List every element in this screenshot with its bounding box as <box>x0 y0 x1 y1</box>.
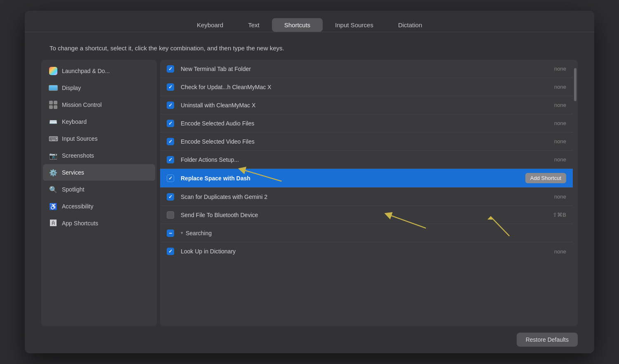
tab-keyboard[interactable]: Keyboard <box>184 18 236 32</box>
tab-shortcuts[interactable]: Shortcuts <box>272 18 323 32</box>
sidebar-item-display[interactable]: Display <box>43 80 155 96</box>
shortcut-name-scan-duplicates: Scan for Duplicates with Gemini 2 <box>181 194 533 200</box>
checkbox-new-terminal[interactable] <box>167 65 174 73</box>
checkbox-uninstall[interactable] <box>167 102 174 109</box>
checkbox-folder-actions[interactable] <box>167 156 174 163</box>
sidebar-label-launchpad: Launchpad & Do... <box>62 68 110 74</box>
group-chevron-icon: ▾ <box>181 230 183 236</box>
shortcut-name-look-up: Look Up in Dictionary <box>181 248 533 255</box>
tab-bar: Keyboard Text Shortcuts Input Sources Di… <box>25 11 594 32</box>
sidebar-label-screenshots: Screenshots <box>62 152 94 159</box>
sidebar-label-app-shortcuts: App Shortcuts <box>62 220 98 227</box>
sidebar-label-display: Display <box>62 85 81 91</box>
shortcut-name-folder-actions: Folder Actions Setup... <box>181 156 533 163</box>
checkbox-check-update[interactable] <box>167 83 174 91</box>
shortcut-row-new-terminal[interactable]: New Terminal Tab at Folder none <box>160 60 573 78</box>
sidebar-label-spotlight: Spotlight <box>62 186 84 193</box>
sidebar-item-spotlight[interactable]: 🔍 Spotlight <box>43 181 155 198</box>
shortcut-key-encode-audio: none <box>533 120 566 126</box>
keyboard-preferences-window: Keyboard Text Shortcuts Input Sources Di… <box>25 11 594 353</box>
tab-dictation[interactable]: Dictation <box>386 18 435 32</box>
checkbox-send-bluetooth[interactable] <box>167 211 174 219</box>
shortcut-row-folder-actions[interactable]: Folder Actions Setup... none <box>160 151 573 169</box>
bottom-bar: Restore Defaults <box>25 326 594 353</box>
right-panel: New Terminal Tab at Folder none Check fo… <box>160 60 578 326</box>
keyboard-icon: ⌨️ <box>49 117 58 126</box>
shortcut-name-check-update: Check for Updat...h CleanMyMac X <box>181 84 533 90</box>
shortcut-key-folder-actions: none <box>533 156 566 163</box>
tab-text[interactable]: Text <box>236 18 272 32</box>
services-icon: ⚙️ <box>49 168 58 177</box>
sidebar-label-accessibility: Accessibility <box>62 203 93 210</box>
instruction-text: To change a shortcut, select it, click t… <box>25 32 594 60</box>
shortcut-row-uninstall[interactable]: Uninstall with CleanMyMac X none <box>160 96 573 114</box>
sidebar-item-launchpad[interactable]: Launchpad & Do... <box>43 63 155 79</box>
sidebar-item-screenshots[interactable]: 📷 Screenshots <box>43 147 155 164</box>
tab-input-sources[interactable]: Input Sources <box>323 18 386 32</box>
shortcut-name-new-terminal: New Terminal Tab at Folder <box>181 66 533 72</box>
sidebar-item-services[interactable]: ⚙️ Services <box>43 164 155 181</box>
shortcut-group-searching[interactable]: ▾ Searching <box>160 224 573 242</box>
checkbox-encode-audio[interactable] <box>167 120 174 127</box>
shortcut-name-encode-audio: Encode Selected Audio Files <box>181 120 533 127</box>
shortcut-name-encode-video: Encode Selected Video Files <box>181 138 533 145</box>
shortcut-row-look-up[interactable]: Look Up in Dictionary none <box>160 242 573 260</box>
scrollbar-track[interactable] <box>573 60 578 326</box>
shortcut-key-look-up: none <box>533 248 566 255</box>
sidebar: Launchpad & Do... Display Mission Contro… <box>41 60 157 326</box>
group-name-searching: Searching <box>186 230 212 236</box>
sidebar-item-keyboard[interactable]: ⌨️ Keyboard <box>43 113 155 130</box>
accessibility-icon: ♿ <box>49 202 58 211</box>
shortcut-name-replace-space: Replace Space with Dash <box>181 175 525 182</box>
shortcut-key-scan-duplicates: none <box>533 194 566 200</box>
sidebar-label-input-sources: Input Sources <box>62 135 97 142</box>
checkbox-searching-group[interactable] <box>167 229 174 237</box>
sidebar-item-accessibility[interactable]: ♿ Accessibility <box>43 198 155 215</box>
launchpad-icon <box>49 66 58 76</box>
shortcut-row-encode-audio[interactable]: Encode Selected Audio Files none <box>160 114 573 132</box>
sidebar-label-services: Services <box>62 169 84 176</box>
screenshots-icon: 📷 <box>49 151 58 160</box>
checkbox-scan-duplicates[interactable] <box>167 193 174 201</box>
shortcut-key-send-bluetooth: ⇧⌘B <box>533 212 566 218</box>
sidebar-item-mission-control[interactable]: Mission Control <box>43 97 155 113</box>
app-shortcuts-icon: 🅰 <box>49 219 58 228</box>
shortcut-key-encode-video: none <box>533 138 566 144</box>
shortcut-name-send-bluetooth: Send File To Bluetooth Device <box>181 212 533 218</box>
restore-defaults-button[interactable]: Restore Defaults <box>517 333 578 347</box>
shortcut-row-scan-duplicates[interactable]: Scan for Duplicates with Gemini 2 none <box>160 188 573 206</box>
input-sources-icon: ⌨ <box>49 134 58 143</box>
checkbox-look-up[interactable] <box>167 248 174 255</box>
shortcut-row-replace-space[interactable]: Replace Space with Dash Add Shortcut <box>160 169 573 188</box>
sidebar-label-keyboard: Keyboard <box>62 118 87 125</box>
shortcut-key-uninstall: none <box>533 102 566 108</box>
checkbox-encode-video[interactable] <box>167 138 174 145</box>
shortcut-row-send-bluetooth[interactable]: Send File To Bluetooth Device ⇧⌘B <box>160 206 573 224</box>
content-area: Launchpad & Do... Display Mission Contro… <box>25 60 594 326</box>
sidebar-label-mission-control: Mission Control <box>62 102 102 108</box>
add-shortcut-button[interactable]: Add Shortcut <box>525 173 566 183</box>
display-icon <box>49 83 58 92</box>
sidebar-item-input-sources[interactable]: ⌨ Input Sources <box>43 130 155 147</box>
sidebar-item-app-shortcuts[interactable]: 🅰 App Shortcuts <box>43 215 155 232</box>
scrollbar-thumb[interactable] <box>574 68 576 101</box>
checkbox-replace-space[interactable] <box>167 175 174 182</box>
mission-control-icon <box>49 100 58 109</box>
spotlight-icon: 🔍 <box>49 185 58 194</box>
shortcut-name-uninstall: Uninstall with CleanMyMac X <box>181 102 533 109</box>
group-label-searching: ▾ Searching <box>181 230 212 236</box>
shortcut-key-new-terminal: none <box>533 66 566 72</box>
shortcuts-list: New Terminal Tab at Folder none Check fo… <box>160 60 573 326</box>
shortcut-key-check-update: none <box>533 84 566 90</box>
shortcut-row-encode-video[interactable]: Encode Selected Video Files none <box>160 132 573 151</box>
shortcut-row-check-update[interactable]: Check for Updat...h CleanMyMac X none <box>160 78 573 96</box>
